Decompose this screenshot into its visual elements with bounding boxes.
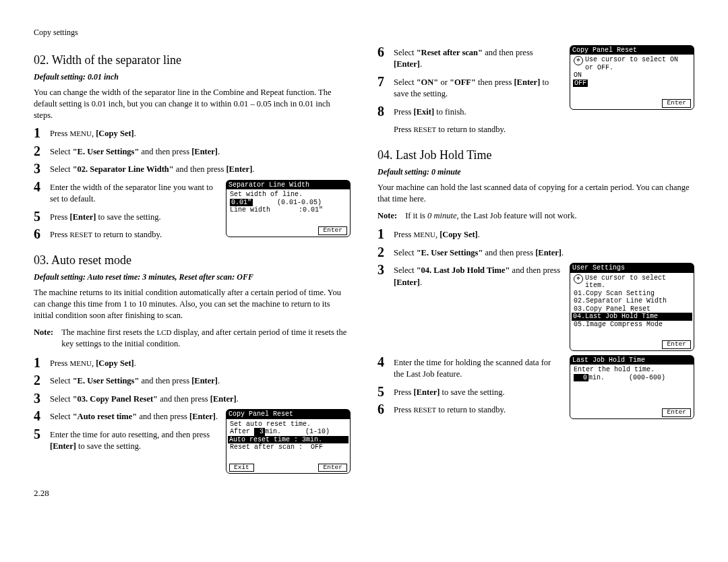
s02-step3: 3 Select "02. Separator Line Width" and …: [34, 162, 351, 176]
s02-step2: 2 Select "E. User Settings" and then pre…: [34, 144, 351, 158]
s03-step6-row: 6 Select "Reset after scan" and then pre…: [377, 45, 694, 140]
section-02-title: 02. Width of the separator line: [34, 52, 351, 69]
section-02-intro: You can change the width of the separato…: [34, 87, 351, 121]
step-number: 4: [377, 355, 390, 369]
lcd-enter-btn: Enter: [318, 226, 347, 235]
section-04-note: Note: If it is 0 minute, the Last Job fe…: [377, 210, 694, 222]
step-spacer: [377, 122, 390, 135]
section-04-intro: Your machine can hold the last scanned d…: [377, 182, 694, 205]
lcd-user-settings: User Settings ✥ Use cursor to select ite…: [570, 263, 694, 351]
lcd-enter-btn: Enter: [318, 464, 347, 472]
page-number: 2.28: [34, 487, 351, 499]
step-number: 3: [34, 162, 46, 175]
s04-step3-row: 3 Select "04. Last Job Hold Time" and th…: [377, 263, 694, 351]
s02-step1: 1 Press MENU, [Copy Set].: [34, 126, 351, 140]
step-number: 5: [377, 385, 390, 398]
s03-step2: 2 Select "E. User Settings" and then pre…: [34, 373, 351, 387]
step-number: 3: [377, 263, 390, 276]
s04-step2: 2 Select "E. User Settings" and then pre…: [377, 245, 694, 259]
step-number: 2: [34, 144, 46, 158]
section-03-note: Note: The machine first resets the LCD d…: [34, 327, 351, 350]
left-column: 02. Width of the separator line Default …: [34, 45, 351, 500]
step-number: 1: [377, 227, 390, 241]
step-number: 3: [34, 392, 46, 405]
step-number: 5: [34, 210, 46, 223]
lcd-exit-btn: Exit: [229, 464, 254, 472]
step-number: 2: [377, 245, 390, 259]
page-body: 02. Width of the separator line Default …: [34, 45, 694, 500]
step-number: 5: [34, 427, 46, 441]
s04-step1: 1 Press MENU, [Copy Set].: [377, 227, 694, 241]
right-column: 6 Select "Reset after scan" and then pre…: [377, 45, 694, 500]
s03-step3: 3 Select "03. Copy Panel Reset" and then…: [34, 392, 351, 406]
lcd-enter-btn: Enter: [662, 408, 691, 417]
step-number: 1: [34, 126, 46, 139]
step-number: 6: [34, 227, 46, 241]
section-03-intro: The machine returns to its initial condi…: [34, 287, 351, 321]
s03-step1: 1 Press MENU, [Copy Set].: [34, 356, 351, 370]
step-number: 4: [34, 409, 46, 423]
step-number: 6: [377, 45, 390, 59]
step-number: 7: [377, 75, 390, 88]
lcd-copy-panel-reset-2: Copy Panel Reset ✥ Use cursor to select …: [570, 45, 694, 110]
cursor-icon: ✥: [574, 56, 583, 65]
breadcrumb: Copy settings: [34, 27, 694, 38]
lcd-enter-btn: Enter: [662, 99, 691, 108]
lcd-last-job-hold: Last Job Hold Time Enter the hold time. …: [570, 355, 694, 419]
section-03-title: 03. Auto reset mode: [34, 252, 351, 269]
step-number: 4: [34, 180, 46, 193]
s03-step4-row: 4 Select "Auto reset time" and then pres…: [34, 409, 351, 474]
step-number: 6: [377, 402, 390, 416]
step-number: 8: [377, 104, 390, 118]
s04-step4-row: 4 Enter the time for holding the scanned…: [377, 355, 694, 420]
lcd-copy-panel-reset-1: Copy Panel Reset Set auto reset time. Af…: [226, 409, 351, 474]
step-number: 1: [34, 356, 46, 369]
section-03-default: Default setting: Auto reset time: 3 minu…: [34, 272, 351, 283]
section-04-default: Default setting: 0 minute: [377, 166, 694, 178]
step-number: 2: [34, 373, 46, 387]
lcd-enter-btn: Enter: [662, 340, 691, 349]
section-02-default: Default setting: 0.01 inch: [34, 71, 351, 83]
cursor-icon: ✥: [574, 274, 583, 284]
s02-step4-row: 4 Enter the width of the separator line …: [34, 180, 351, 245]
section-04-title: 04. Last Job Hold Time: [377, 147, 694, 164]
lcd-separator-width: Separator Line Width Set width of line. …: [226, 180, 351, 237]
